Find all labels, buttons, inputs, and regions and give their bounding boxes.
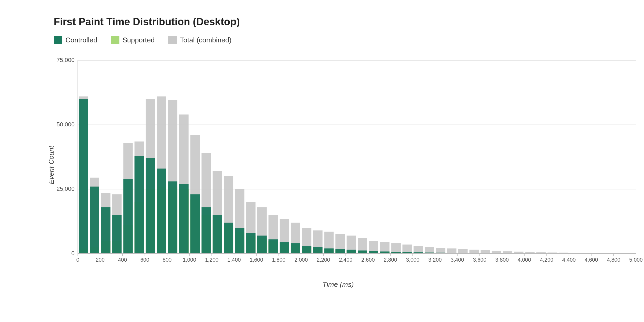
svg-text:2,800: 2,800 [384,257,397,263]
svg-rect-31 [157,169,166,254]
svg-rect-82 [347,250,356,254]
svg-text:3,600: 3,600 [473,257,486,263]
svg-rect-40 [190,194,200,254]
svg-rect-52 [235,228,244,254]
supported-swatch [111,36,119,44]
legend-item-controlled: Controlled [54,36,97,44]
svg-rect-88 [369,251,378,254]
svg-rect-13 [90,186,99,254]
svg-rect-85 [358,250,367,254]
y-axis-label: Event Count [47,146,56,184]
svg-text:1,200: 1,200 [205,257,218,263]
svg-text:1,400: 1,400 [227,257,241,263]
svg-rect-116 [481,250,490,254]
svg-text:600: 600 [140,257,149,263]
svg-rect-119 [492,251,501,254]
svg-rect-28 [146,158,155,254]
svg-text:0: 0 [71,250,75,257]
legend-item-supported: Supported [111,36,155,44]
svg-rect-94 [391,252,401,254]
svg-text:2,400: 2,400 [339,257,352,263]
controlled-label: Controlled [65,36,97,44]
svg-rect-79 [335,249,345,254]
svg-text:4,400: 4,400 [562,257,576,263]
chart-svg: 025,00050,00075,00002004006008001,0001,2… [54,55,644,275]
chart-container: First Paint Time Distribution (Desktop) … [0,0,644,322]
svg-rect-122 [503,251,512,254]
svg-rect-58 [257,236,267,254]
svg-rect-49 [224,223,233,254]
svg-text:5,000: 5,000 [629,257,643,263]
svg-text:3,000: 3,000 [406,257,419,263]
svg-rect-10 [79,99,88,254]
svg-text:1,000: 1,000 [183,257,196,263]
svg-rect-25 [134,156,144,254]
svg-rect-110 [458,249,468,254]
svg-text:2,200: 2,200 [317,257,330,263]
svg-text:75,000: 75,000 [57,57,75,63]
svg-rect-73 [313,247,323,254]
svg-text:800: 800 [163,257,171,263]
chart-area: Event Count 025,00050,00075,000020040060… [54,55,644,275]
svg-text:3,400: 3,400 [451,257,464,263]
svg-rect-16 [101,207,111,254]
svg-rect-22 [123,179,133,254]
legend: Controlled Supported Total (combined) [54,36,623,44]
svg-rect-37 [179,184,189,254]
svg-rect-125 [514,252,524,254]
svg-rect-34 [168,181,177,254]
total-label: Total (combined) [180,36,232,44]
controlled-swatch [54,36,62,44]
svg-text:3,200: 3,200 [428,257,442,263]
total-swatch [168,36,177,44]
svg-text:1,800: 1,800 [272,257,286,263]
svg-text:4,200: 4,200 [540,257,553,263]
svg-rect-43 [202,207,211,254]
supported-label: Supported [123,36,155,44]
svg-text:50,000: 50,000 [57,121,75,128]
svg-text:4,600: 4,600 [585,257,598,263]
svg-rect-55 [246,233,255,254]
svg-text:400: 400 [118,257,127,263]
svg-rect-91 [380,251,390,254]
svg-text:0: 0 [76,257,79,263]
x-axis-label: Time (ms) [54,280,623,289]
svg-rect-70 [302,246,311,254]
svg-text:2,600: 2,600 [361,257,375,263]
svg-text:25,000: 25,000 [57,185,75,192]
svg-text:1,600: 1,600 [250,257,263,263]
svg-rect-61 [269,239,278,254]
svg-rect-46 [213,215,222,254]
svg-rect-64 [280,242,289,254]
svg-text:3,800: 3,800 [495,257,509,263]
svg-rect-67 [291,243,300,254]
svg-text:4,800: 4,800 [607,257,620,263]
chart-title: First Paint Time Distribution (Desktop) [54,16,623,28]
svg-text:2,000: 2,000 [294,257,308,263]
legend-item-total: Total (combined) [168,36,232,44]
svg-text:4,000: 4,000 [518,257,531,263]
svg-rect-19 [112,215,122,254]
svg-text:200: 200 [96,257,105,263]
svg-rect-76 [324,248,334,254]
svg-rect-113 [469,250,479,254]
